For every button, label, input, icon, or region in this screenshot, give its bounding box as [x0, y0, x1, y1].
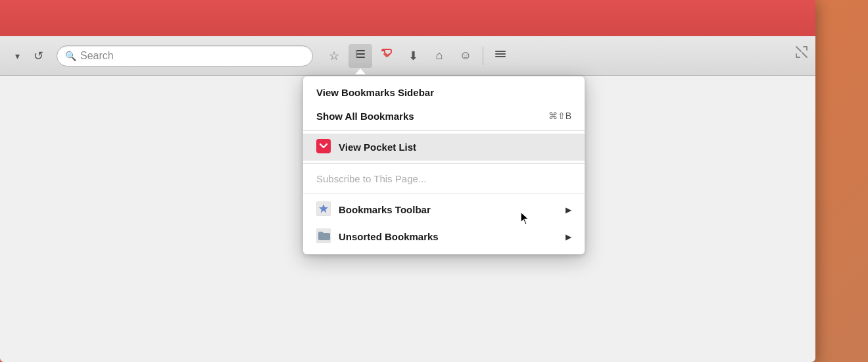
- toolbar: ▾ ↺ 🔍 Search ☆: [0, 36, 815, 76]
- svg-rect-4: [495, 51, 506, 52]
- svg-rect-6: [495, 56, 506, 57]
- unsorted-bookmarks-icon: [316, 228, 331, 245]
- svg-rect-1: [356, 53, 365, 55]
- smiley-icon: ☺: [460, 49, 471, 63]
- menu-item-label: Show All Bookmarks: [316, 111, 414, 122]
- home-button[interactable]: ⌂: [427, 44, 451, 68]
- svg-rect-0: [356, 50, 365, 51]
- separator-3: [303, 193, 585, 194]
- submenu-arrow-icon: ▶: [566, 232, 571, 242]
- menu-item-show-all-bookmarks[interactable]: Show All Bookmarks ⌘⇧B: [303, 104, 585, 128]
- svg-rect-5: [495, 53, 506, 55]
- menu-item-label: View Pocket List: [339, 142, 416, 153]
- active-dropdown-indicator: [355, 68, 366, 74]
- menu-item-label: View Bookmarks Sidebar: [316, 87, 434, 98]
- separator-2: [303, 163, 585, 164]
- bookmarks-menu-button[interactable]: [349, 44, 372, 68]
- back-dropdown-icon: ▾: [15, 51, 20, 61]
- bookmark-star-button[interactable]: ☆: [322, 44, 346, 68]
- menu-button[interactable]: [489, 44, 512, 68]
- shortcut-label: ⌘⇧B: [548, 111, 571, 121]
- toolbar-separator: [483, 47, 483, 65]
- menu-item-bookmarks-toolbar[interactable]: Bookmarks Toolbar ▶: [303, 196, 585, 223]
- menu-item-view-pocket-list[interactable]: View Pocket List: [303, 134, 585, 161]
- refresh-icon: ↺: [34, 49, 43, 63]
- bookmarks-toolbar-icon: [316, 201, 331, 218]
- download-button[interactable]: ⬇: [401, 44, 425, 68]
- social-button[interactable]: ☺: [454, 44, 477, 68]
- svg-rect-2: [356, 57, 365, 58]
- expand-button[interactable]: [794, 45, 809, 63]
- menu-item-view-bookmarks-sidebar[interactable]: View Bookmarks Sidebar: [303, 80, 585, 104]
- home-icon: ⌂: [436, 49, 443, 63]
- separator-1: [303, 130, 585, 131]
- submenu-arrow-icon: ▶: [566, 205, 571, 215]
- pocket-icon: [380, 47, 393, 64]
- bookmarks-dropdown-menu: View Bookmarks Sidebar Show All Bookmark…: [302, 76, 585, 255]
- menu-icon: [494, 47, 507, 64]
- menu-item-label: Subscribe to This Page...: [316, 173, 426, 184]
- search-bar[interactable]: 🔍 Search: [57, 45, 313, 66]
- refresh-button[interactable]: ↺: [29, 47, 47, 65]
- toolbar-icons: ☆: [322, 44, 512, 68]
- svg-rect-7: [316, 139, 331, 153]
- menu-item-label: Bookmarks Toolbar: [339, 204, 431, 215]
- search-placeholder: Search: [80, 50, 114, 62]
- pocket-button[interactable]: [375, 44, 398, 68]
- download-icon: ⬇: [408, 49, 418, 63]
- star-icon: ☆: [329, 49, 339, 63]
- search-icon: 🔍: [65, 51, 76, 61]
- nav-area: ▾ ↺: [8, 47, 47, 65]
- back-dropdown-button[interactable]: ▾: [8, 47, 26, 65]
- menu-item-subscribe[interactable]: Subscribe to This Page...: [303, 167, 585, 190]
- title-bar: [0, 0, 815, 36]
- svg-rect-3: [356, 50, 357, 58]
- menu-item-label: Unsorted Bookmarks: [339, 231, 439, 242]
- menu-item-unsorted-bookmarks[interactable]: Unsorted Bookmarks ▶: [303, 223, 585, 250]
- browser-window: ▾ ↺ 🔍 Search ☆: [0, 0, 815, 362]
- pocket-menu-icon: [316, 139, 331, 155]
- bookmarks-list-icon: [354, 47, 367, 64]
